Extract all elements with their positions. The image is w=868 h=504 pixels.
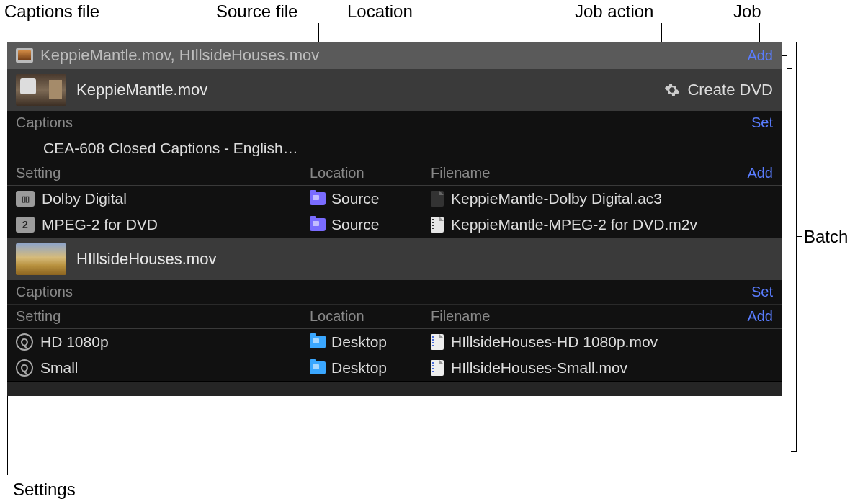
settings-header-row: Setting Location Filename Add (7, 161, 782, 186)
setting-row[interactable]: 2 MPEG-2 for DVD Source KeppieMantle-MPE… (7, 212, 782, 238)
batch-header: KeppieMantle.mov, HIllsideHouses.mov Add (7, 42, 782, 69)
settings-header-row: Setting Location Filename Add (7, 305, 782, 329)
job: KeppieMantle.mov Create DVD Captions Set… (7, 69, 782, 238)
col-header-filename: Filename (431, 308, 737, 325)
gear-icon (664, 82, 680, 98)
callout-batch: Batch (804, 227, 848, 247)
captions-row: Captions Set (7, 280, 782, 305)
source-thumbnail (16, 243, 66, 275)
captions-set-button[interactable]: Set (751, 284, 773, 300)
file-icon (431, 217, 444, 233)
col-header-location: Location (310, 308, 431, 325)
job-action[interactable]: Create DVD (664, 81, 773, 99)
setting-row[interactable]: Q HD 1080p Desktop HIllsideHouses-HD 108… (7, 329, 782, 355)
source-filename: HIllsideHouses.mov (76, 250, 773, 269)
setting-name: HD 1080p (40, 333, 109, 351)
batch-panel: KeppieMantle.mov, HIllsideHouses.mov Add… (7, 42, 782, 396)
output-filename: KeppieMantle-MPEG-2 for DVD.m2v (451, 216, 697, 233)
file-icon (431, 191, 444, 207)
callout-source-file: Source file (216, 1, 297, 22)
bracket-batch (791, 42, 797, 452)
settings-add-button[interactable]: Add (747, 308, 773, 324)
captions-label: Captions (16, 284, 751, 300)
file-icon (431, 334, 444, 350)
captions-row: Captions Set (7, 111, 782, 135)
output-filename: HIllsideHouses-Small.mov (451, 359, 627, 377)
location-name: Desktop (331, 333, 387, 351)
folder-icon (310, 361, 326, 374)
setting-row[interactable]: Q Small Desktop HIllsideHouses-Small.mov (7, 355, 782, 381)
setting-name: Small (40, 359, 79, 377)
output-filename: KeppieMantle-Dolby Digital.ac3 (451, 190, 662, 207)
leader-line (6, 23, 6, 166)
settings-add-button[interactable]: Add (747, 165, 773, 181)
job-header[interactable]: KeppieMantle.mov Create DVD (7, 69, 782, 111)
job-header[interactable]: HIllsideHouses.mov (7, 238, 782, 280)
col-header-filename: Filename (431, 165, 737, 181)
col-header-setting: Setting (16, 308, 310, 325)
batch-icon (16, 48, 33, 63)
callout-location: Location (347, 1, 413, 22)
quicktime-icon: Q (16, 333, 33, 351)
col-header-setting: Setting (16, 165, 310, 181)
mpeg2-icon: 2 (16, 217, 35, 233)
source-filename: KeppieMantle.mov (76, 81, 654, 99)
location-name: Source (331, 190, 380, 207)
callout-captions-file: Captions file (4, 1, 99, 22)
folder-icon (310, 336, 326, 348)
setting-name: Dolby Digital (42, 190, 127, 207)
callout-settings: Settings (13, 480, 76, 500)
output-filename: HIllsideHouses-HD 1080p.mov (451, 333, 658, 351)
leader-line (797, 236, 802, 237)
col-header-location: Location (310, 165, 431, 181)
dolby-icon: ▯▯ (16, 191, 35, 207)
batch-title: KeppieMantle.mov, HIllsideHouses.mov (40, 46, 740, 65)
location-name: Source (331, 216, 380, 233)
folder-icon (310, 218, 326, 231)
file-icon (431, 360, 444, 376)
captions-label: Captions (16, 114, 751, 131)
setting-name: MPEG-2 for DVD (42, 216, 158, 233)
panel-footer (7, 382, 782, 396)
callout-job-action: Job action (575, 1, 653, 22)
setting-row[interactable]: ▯▯ Dolby Digital Source KeppieMantle-Dol… (7, 186, 782, 212)
captions-file[interactable]: CEA-608 Closed Captions - English… (7, 135, 782, 161)
job-action-label: Create DVD (687, 81, 773, 99)
folder-icon (310, 192, 326, 205)
location-name: Desktop (331, 359, 387, 377)
batch-add-button[interactable]: Add (747, 48, 773, 64)
source-thumbnail (16, 74, 66, 106)
job: HIllsideHouses.mov Captions Set Setting … (7, 238, 782, 382)
captions-set-button[interactable]: Set (751, 114, 773, 131)
callout-job: Job (733, 1, 761, 22)
quicktime-icon: Q (16, 359, 33, 377)
